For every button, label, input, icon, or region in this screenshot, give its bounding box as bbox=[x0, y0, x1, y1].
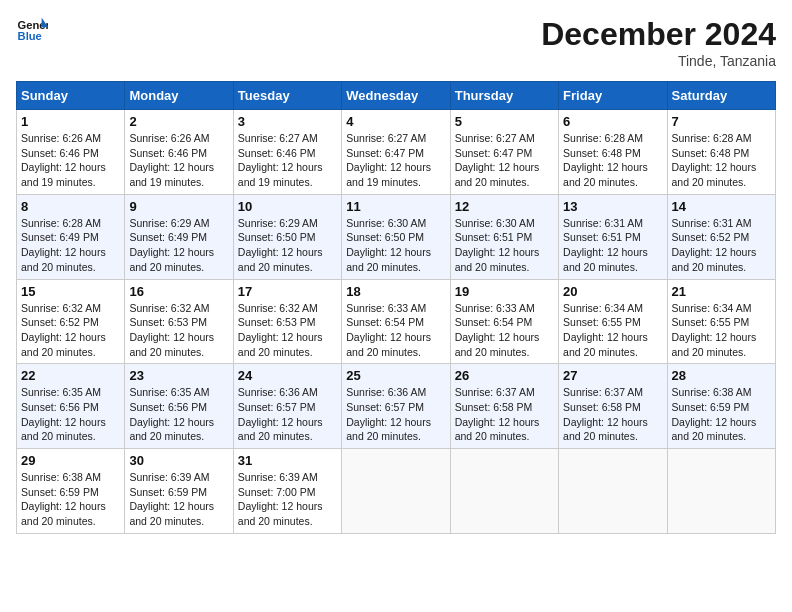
day-info: Sunrise: 6:27 AMSunset: 6:47 PMDaylight:… bbox=[346, 131, 445, 190]
day-number: 1 bbox=[21, 114, 120, 129]
header-row: Sunday Monday Tuesday Wednesday Thursday… bbox=[17, 82, 776, 110]
day-number: 17 bbox=[238, 284, 337, 299]
day-info: Sunrise: 6:31 AMSunset: 6:52 PMDaylight:… bbox=[672, 216, 771, 275]
table-row: 5 Sunrise: 6:27 AMSunset: 6:47 PMDayligh… bbox=[450, 110, 558, 195]
day-number: 18 bbox=[346, 284, 445, 299]
day-number: 10 bbox=[238, 199, 337, 214]
col-thursday: Thursday bbox=[450, 82, 558, 110]
table-row: 9 Sunrise: 6:29 AMSunset: 6:49 PMDayligh… bbox=[125, 194, 233, 279]
day-number: 19 bbox=[455, 284, 554, 299]
day-info: Sunrise: 6:31 AMSunset: 6:51 PMDaylight:… bbox=[563, 216, 662, 275]
calendar-table: Sunday Monday Tuesday Wednesday Thursday… bbox=[16, 81, 776, 534]
table-row: 24 Sunrise: 6:36 AMSunset: 6:57 PMDaylig… bbox=[233, 364, 341, 449]
day-number: 3 bbox=[238, 114, 337, 129]
table-row bbox=[559, 449, 667, 534]
day-number: 30 bbox=[129, 453, 228, 468]
location: Tinde, Tanzania bbox=[541, 53, 776, 69]
table-row: 17 Sunrise: 6:32 AMSunset: 6:53 PMDaylig… bbox=[233, 279, 341, 364]
table-row: 19 Sunrise: 6:33 AMSunset: 6:54 PMDaylig… bbox=[450, 279, 558, 364]
col-monday: Monday bbox=[125, 82, 233, 110]
day-number: 8 bbox=[21, 199, 120, 214]
table-row: 13 Sunrise: 6:31 AMSunset: 6:51 PMDaylig… bbox=[559, 194, 667, 279]
day-number: 23 bbox=[129, 368, 228, 383]
day-number: 16 bbox=[129, 284, 228, 299]
table-row: 14 Sunrise: 6:31 AMSunset: 6:52 PMDaylig… bbox=[667, 194, 775, 279]
col-tuesday: Tuesday bbox=[233, 82, 341, 110]
logo-icon: General Blue bbox=[16, 16, 48, 44]
col-friday: Friday bbox=[559, 82, 667, 110]
day-number: 31 bbox=[238, 453, 337, 468]
table-row: 2 Sunrise: 6:26 AMSunset: 6:46 PMDayligh… bbox=[125, 110, 233, 195]
calendar-week-row: 1 Sunrise: 6:26 AMSunset: 6:46 PMDayligh… bbox=[17, 110, 776, 195]
table-row: 29 Sunrise: 6:38 AMSunset: 6:59 PMDaylig… bbox=[17, 449, 125, 534]
day-number: 26 bbox=[455, 368, 554, 383]
day-info: Sunrise: 6:26 AMSunset: 6:46 PMDaylight:… bbox=[21, 131, 120, 190]
table-row: 7 Sunrise: 6:28 AMSunset: 6:48 PMDayligh… bbox=[667, 110, 775, 195]
col-sunday: Sunday bbox=[17, 82, 125, 110]
day-info: Sunrise: 6:39 AMSunset: 6:59 PMDaylight:… bbox=[129, 470, 228, 529]
day-info: Sunrise: 6:28 AMSunset: 6:49 PMDaylight:… bbox=[21, 216, 120, 275]
day-number: 14 bbox=[672, 199, 771, 214]
table-row: 6 Sunrise: 6:28 AMSunset: 6:48 PMDayligh… bbox=[559, 110, 667, 195]
day-number: 7 bbox=[672, 114, 771, 129]
day-number: 13 bbox=[563, 199, 662, 214]
day-number: 5 bbox=[455, 114, 554, 129]
day-number: 12 bbox=[455, 199, 554, 214]
table-row: 1 Sunrise: 6:26 AMSunset: 6:46 PMDayligh… bbox=[17, 110, 125, 195]
day-number: 11 bbox=[346, 199, 445, 214]
calendar-week-row: 15 Sunrise: 6:32 AMSunset: 6:52 PMDaylig… bbox=[17, 279, 776, 364]
day-info: Sunrise: 6:29 AMSunset: 6:49 PMDaylight:… bbox=[129, 216, 228, 275]
day-info: Sunrise: 6:33 AMSunset: 6:54 PMDaylight:… bbox=[455, 301, 554, 360]
table-row: 11 Sunrise: 6:30 AMSunset: 6:50 PMDaylig… bbox=[342, 194, 450, 279]
table-row: 21 Sunrise: 6:34 AMSunset: 6:55 PMDaylig… bbox=[667, 279, 775, 364]
day-info: Sunrise: 6:36 AMSunset: 6:57 PMDaylight:… bbox=[346, 385, 445, 444]
logo: General Blue bbox=[16, 16, 48, 44]
table-row: 27 Sunrise: 6:37 AMSunset: 6:58 PMDaylig… bbox=[559, 364, 667, 449]
table-row: 10 Sunrise: 6:29 AMSunset: 6:50 PMDaylig… bbox=[233, 194, 341, 279]
table-row: 30 Sunrise: 6:39 AMSunset: 6:59 PMDaylig… bbox=[125, 449, 233, 534]
day-number: 25 bbox=[346, 368, 445, 383]
day-info: Sunrise: 6:28 AMSunset: 6:48 PMDaylight:… bbox=[672, 131, 771, 190]
day-info: Sunrise: 6:39 AMSunset: 7:00 PMDaylight:… bbox=[238, 470, 337, 529]
day-info: Sunrise: 6:27 AMSunset: 6:46 PMDaylight:… bbox=[238, 131, 337, 190]
table-row: 16 Sunrise: 6:32 AMSunset: 6:53 PMDaylig… bbox=[125, 279, 233, 364]
table-row: 8 Sunrise: 6:28 AMSunset: 6:49 PMDayligh… bbox=[17, 194, 125, 279]
table-row: 3 Sunrise: 6:27 AMSunset: 6:46 PMDayligh… bbox=[233, 110, 341, 195]
table-row: 26 Sunrise: 6:37 AMSunset: 6:58 PMDaylig… bbox=[450, 364, 558, 449]
day-info: Sunrise: 6:37 AMSunset: 6:58 PMDaylight:… bbox=[455, 385, 554, 444]
day-info: Sunrise: 6:38 AMSunset: 6:59 PMDaylight:… bbox=[21, 470, 120, 529]
day-info: Sunrise: 6:29 AMSunset: 6:50 PMDaylight:… bbox=[238, 216, 337, 275]
table-row: 31 Sunrise: 6:39 AMSunset: 7:00 PMDaylig… bbox=[233, 449, 341, 534]
table-row: 22 Sunrise: 6:35 AMSunset: 6:56 PMDaylig… bbox=[17, 364, 125, 449]
table-row: 12 Sunrise: 6:30 AMSunset: 6:51 PMDaylig… bbox=[450, 194, 558, 279]
day-number: 15 bbox=[21, 284, 120, 299]
day-info: Sunrise: 6:37 AMSunset: 6:58 PMDaylight:… bbox=[563, 385, 662, 444]
calendar-week-row: 22 Sunrise: 6:35 AMSunset: 6:56 PMDaylig… bbox=[17, 364, 776, 449]
day-number: 21 bbox=[672, 284, 771, 299]
day-info: Sunrise: 6:32 AMSunset: 6:53 PMDaylight:… bbox=[238, 301, 337, 360]
day-number: 27 bbox=[563, 368, 662, 383]
table-row: 20 Sunrise: 6:34 AMSunset: 6:55 PMDaylig… bbox=[559, 279, 667, 364]
day-info: Sunrise: 6:34 AMSunset: 6:55 PMDaylight:… bbox=[563, 301, 662, 360]
col-wednesday: Wednesday bbox=[342, 82, 450, 110]
table-row bbox=[667, 449, 775, 534]
day-info: Sunrise: 6:35 AMSunset: 6:56 PMDaylight:… bbox=[129, 385, 228, 444]
day-number: 24 bbox=[238, 368, 337, 383]
day-info: Sunrise: 6:28 AMSunset: 6:48 PMDaylight:… bbox=[563, 131, 662, 190]
title-block: December 2024 Tinde, Tanzania bbox=[541, 16, 776, 69]
day-info: Sunrise: 6:30 AMSunset: 6:51 PMDaylight:… bbox=[455, 216, 554, 275]
day-number: 4 bbox=[346, 114, 445, 129]
day-number: 29 bbox=[21, 453, 120, 468]
day-info: Sunrise: 6:32 AMSunset: 6:53 PMDaylight:… bbox=[129, 301, 228, 360]
svg-text:Blue: Blue bbox=[18, 30, 42, 42]
col-saturday: Saturday bbox=[667, 82, 775, 110]
day-info: Sunrise: 6:34 AMSunset: 6:55 PMDaylight:… bbox=[672, 301, 771, 360]
day-info: Sunrise: 6:36 AMSunset: 6:57 PMDaylight:… bbox=[238, 385, 337, 444]
table-row: 23 Sunrise: 6:35 AMSunset: 6:56 PMDaylig… bbox=[125, 364, 233, 449]
day-info: Sunrise: 6:30 AMSunset: 6:50 PMDaylight:… bbox=[346, 216, 445, 275]
table-row: 25 Sunrise: 6:36 AMSunset: 6:57 PMDaylig… bbox=[342, 364, 450, 449]
table-row: 28 Sunrise: 6:38 AMSunset: 6:59 PMDaylig… bbox=[667, 364, 775, 449]
day-info: Sunrise: 6:33 AMSunset: 6:54 PMDaylight:… bbox=[346, 301, 445, 360]
day-number: 2 bbox=[129, 114, 228, 129]
table-row bbox=[450, 449, 558, 534]
